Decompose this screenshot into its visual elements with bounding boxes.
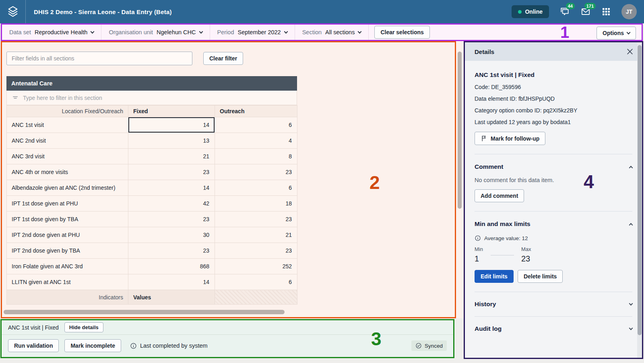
section-filter-row <box>6 91 297 105</box>
vertical-scrollbar[interactable] <box>458 52 462 209</box>
audit-log-section-header[interactable]: Audit log <box>475 317 632 341</box>
apps-menu-button[interactable] <box>601 7 611 17</box>
inbox-button[interactable]: 171 <box>580 6 591 17</box>
details-code: Code: DE_359596 <box>475 84 632 90</box>
row-label: IPT 1st dose given at PHU <box>7 196 128 212</box>
chevron-down-icon <box>358 29 362 33</box>
table-row: LLITN given at ANC 1st146 <box>7 274 297 290</box>
delete-limits-button[interactable]: Delete limits <box>518 270 563 283</box>
table-row: IPT 1st dose given by TBA2323 <box>7 212 297 227</box>
organisation-unit-selector[interactable]: Organisation unit Ngelehun CHC <box>101 25 210 40</box>
section-table-rows: Location Fixed/Outreach Fixed Outreach A… <box>7 106 297 305</box>
comment-section-header[interactable]: Comment <box>475 163 632 170</box>
history-section-header[interactable]: History <box>475 292 632 316</box>
cell-fixed[interactable]: 23 <box>128 212 215 227</box>
section-filter-input[interactable] <box>23 95 264 101</box>
cell-outreach[interactable]: 23 <box>215 243 297 259</box>
messages-button[interactable]: 44 <box>559 6 570 17</box>
divider <box>475 154 632 154</box>
close-details-button[interactable] <box>626 48 634 56</box>
row-label: Albendazole given at ANC (2nd trimester) <box>7 180 128 196</box>
cell-fixed[interactable]: 23 <box>128 243 215 259</box>
table-row: IPT 2nd dose given by TBA2323 <box>7 243 297 259</box>
period-value: September 2022 <box>237 29 281 35</box>
mark-follow-up-button[interactable]: Mark for follow-up <box>475 132 545 145</box>
limits-section-header[interactable]: Min and max limits <box>475 220 632 228</box>
cell-outreach[interactable]: 8 <box>215 149 297 164</box>
horizontal-scrollbar[interactable] <box>4 310 285 314</box>
online-status-badge[interactable]: Online <box>512 5 549 18</box>
dhis2-logo[interactable] <box>0 0 26 23</box>
edit-limits-button[interactable]: Edit limits <box>475 270 514 283</box>
cell-fixed[interactable]: 14 <box>128 180 215 196</box>
cell-outreach[interactable]: 23 <box>215 164 297 180</box>
cell-fixed[interactable]: 14 <box>128 117 215 133</box>
cell-outreach[interactable]: 21 <box>215 227 297 243</box>
app-title: DHIS 2 Demo - Sierra Leone - Data Entry … <box>34 8 172 15</box>
row-label: ANC 1st visit <box>7 117 128 133</box>
data-set-selector[interactable]: Data set Reproductive Health <box>2 25 101 40</box>
online-label: Online <box>525 8 543 15</box>
table-row: ANC 2nd visit134 <box>7 133 297 149</box>
cell-outreach[interactable]: 4 <box>215 133 297 149</box>
annotation-number-4: 4 <box>584 172 594 191</box>
indicators-values-header: Values <box>128 290 215 305</box>
cell-fixed[interactable]: 30 <box>128 227 215 243</box>
cell-fixed[interactable]: 23 <box>128 164 215 180</box>
max-label: Max <box>521 246 568 252</box>
average-value-text: Average value: 12 <box>484 235 528 241</box>
annotation-number-2: 2 <box>369 173 380 192</box>
cell-fixed[interactable]: 14 <box>128 274 215 290</box>
app-window: DHIS 2 Demo - Sierra Leone - Data Entry … <box>0 0 644 363</box>
sync-status-badge: Synced <box>411 340 447 351</box>
history-title: History <box>475 301 496 308</box>
selected-item-label: ANC 1st visit | Fixed <box>8 324 59 331</box>
cell-fixed[interactable]: 13 <box>128 133 215 149</box>
limits-title: Min and max limits <box>475 220 530 228</box>
cell-outreach[interactable]: 252 <box>215 259 297 274</box>
cell-fixed[interactable]: 42 <box>128 196 215 212</box>
global-filter-input[interactable] <box>6 52 192 65</box>
run-validation-button[interactable]: Run validation <box>8 339 59 352</box>
cell-outreach[interactable]: 6 <box>215 117 297 133</box>
cell-outreach[interactable]: 18 <box>215 196 297 212</box>
chevron-up-icon <box>629 166 633 170</box>
indicators-row: Indicators Values <box>7 290 297 305</box>
cell-outreach[interactable]: 6 <box>215 180 297 196</box>
details-panel: Details ANC 1st visit | Fixed Code: DE_3… <box>464 41 643 359</box>
context-selection-bar: Data set Reproductive Health Organisatio… <box>1 23 643 41</box>
cell-fixed[interactable]: 21 <box>128 149 215 164</box>
cell-outreach[interactable]: 23 <box>215 212 297 227</box>
column-header-outreach: Outreach <box>215 106 297 117</box>
cell-outreach[interactable]: 6 <box>215 274 297 290</box>
options-button[interactable]: Options <box>597 27 636 39</box>
column-header-location: Location Fixed/Outreach <box>7 106 128 117</box>
chevron-up-icon <box>629 223 633 227</box>
table-row: IPT 2nd dose given at PHU3021 <box>7 227 297 243</box>
organisation-unit-value: Ngelehun CHC <box>157 29 196 35</box>
row-label: ANC 3rd visit <box>7 149 128 164</box>
min-label: Min <box>475 246 521 252</box>
filter-icon <box>12 94 19 102</box>
chevron-down-icon <box>627 30 631 34</box>
close-icon <box>626 48 634 56</box>
table-header-row: Location Fixed/Outreach Fixed Outreach <box>7 106 297 117</box>
row-label: IPT 2nd dose given at PHU <box>7 227 128 243</box>
period-selector[interactable]: Period September 2022 <box>210 25 295 40</box>
inbox-count-badge: 171 <box>584 3 596 9</box>
cell-fixed[interactable]: 868 <box>128 259 215 274</box>
clear-filter-button[interactable]: Clear filter <box>203 52 243 65</box>
details-item-title: ANC 1st visit | Fixed <box>475 71 632 79</box>
flag-icon <box>481 135 487 142</box>
bottom-status-bar: ANC 1st visit | Fixed Hide details Run v… <box>0 319 454 358</box>
mark-incomplete-button[interactable]: Mark incomplete <box>64 339 121 352</box>
details-scrollbar[interactable] <box>637 42 642 358</box>
chevron-down-icon <box>91 29 95 33</box>
user-avatar[interactable]: JT <box>621 4 637 19</box>
table-row: ANC 3rd visit218 <box>7 149 297 164</box>
section-selector[interactable]: Section All sections <box>295 25 369 40</box>
data-entry-area: Clear filter Antenatal Care Location Fix… <box>1 41 456 318</box>
add-comment-button[interactable]: Add comment <box>475 189 524 202</box>
hide-details-button[interactable]: Hide details <box>64 322 103 332</box>
clear-selections-button[interactable]: Clear selections <box>374 26 429 39</box>
